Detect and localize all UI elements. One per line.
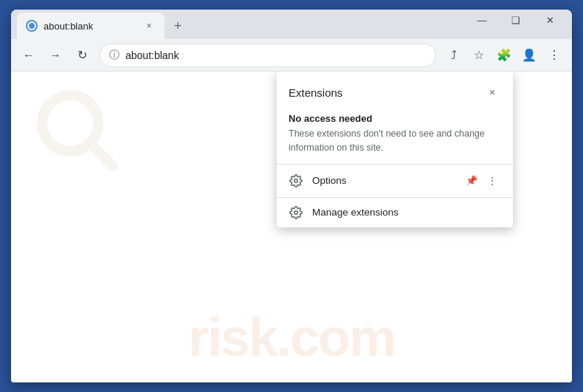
new-tab-button[interactable]: + bbox=[168, 16, 188, 36]
address-lock-icon: ⓘ bbox=[109, 49, 120, 62]
profile-button[interactable]: 👤 bbox=[517, 44, 541, 67]
toolbar-right: ⤴ ☆ 🧩 👤 ⋮ bbox=[442, 44, 566, 67]
address-bar[interactable]: ⓘ about:blank bbox=[100, 44, 436, 67]
options-label: Options bbox=[312, 175, 454, 186]
window-controls: — ❑ ✕ bbox=[466, 10, 566, 30]
popup-no-access-section: No access needed These extensions don't … bbox=[277, 107, 513, 164]
active-tab[interactable]: about:blank × bbox=[17, 13, 165, 39]
close-button[interactable]: ✕ bbox=[534, 10, 566, 30]
title-bar: about:blank × + — ❑ ✕ bbox=[11, 10, 572, 39]
extensions-popup: Extensions × No access needed These exte… bbox=[277, 72, 513, 227]
address-text: about:blank bbox=[125, 49, 427, 61]
toolbar: ← → ↻ ⓘ about:blank ⤴ ☆ 🧩 👤 ⋮ bbox=[11, 39, 572, 72]
svg-line-1 bbox=[91, 144, 113, 166]
reload-button[interactable]: ↻ bbox=[70, 44, 94, 67]
minimize-button[interactable]: — bbox=[466, 10, 498, 30]
svg-point-2 bbox=[294, 179, 298, 182]
svg-point-0 bbox=[42, 95, 98, 151]
extensions-button[interactable]: 🧩 bbox=[492, 44, 516, 67]
options-item-actions: 📌 ⋮ bbox=[463, 172, 501, 190]
svg-point-3 bbox=[294, 210, 298, 214]
popup-title: Extensions bbox=[289, 86, 342, 99]
manage-gear-icon bbox=[289, 205, 303, 220]
popup-close-button[interactable]: × bbox=[483, 83, 501, 101]
pin-button[interactable]: 📌 bbox=[463, 172, 480, 190]
watermark-magnifier bbox=[33, 86, 122, 175]
browser-window: about:blank × + — ❑ ✕ ← → ↻ ⓘ about:blan… bbox=[11, 10, 572, 382]
popup-section-description: These extensions don't need to see and c… bbox=[289, 127, 501, 155]
maximize-button[interactable]: ❑ bbox=[500, 10, 532, 30]
tab-favicon bbox=[26, 20, 38, 32]
share-button[interactable]: ⤴ bbox=[442, 44, 466, 67]
bookmark-button[interactable]: ☆ bbox=[467, 44, 491, 67]
watermark-text: risk.com bbox=[11, 307, 572, 368]
popup-header: Extensions × bbox=[277, 72, 513, 107]
menu-button[interactable]: ⋮ bbox=[542, 44, 566, 67]
extensions-options-item[interactable]: Options 📌 ⋮ bbox=[277, 165, 513, 197]
manage-extensions-label: Manage extensions bbox=[312, 207, 501, 218]
tab-close-button[interactable]: × bbox=[142, 19, 156, 32]
options-gear-icon bbox=[289, 173, 303, 188]
manage-extensions-item[interactable]: Manage extensions bbox=[277, 198, 513, 227]
page-content: risk.com Extensions × No access needed T… bbox=[11, 72, 572, 382]
forward-button[interactable]: → bbox=[44, 44, 67, 67]
popup-section-heading: No access needed bbox=[289, 113, 501, 124]
back-button[interactable]: ← bbox=[17, 44, 41, 67]
tab-title: about:blank bbox=[44, 21, 137, 32]
options-menu-button[interactable]: ⋮ bbox=[483, 172, 501, 190]
